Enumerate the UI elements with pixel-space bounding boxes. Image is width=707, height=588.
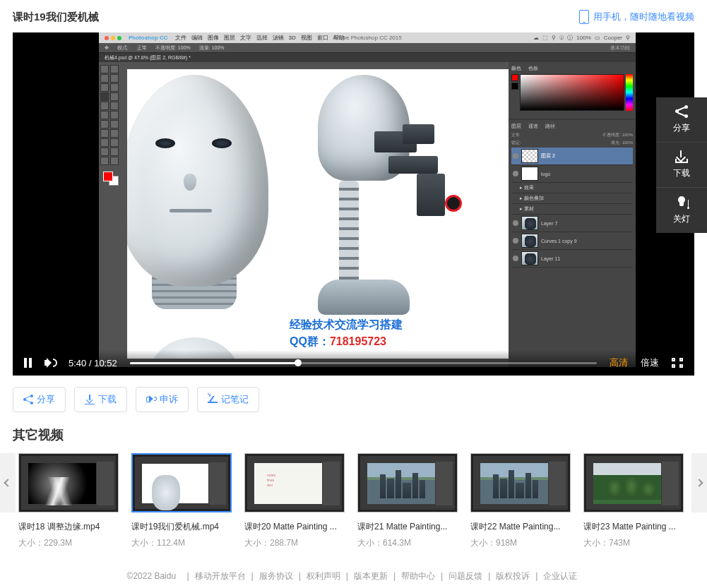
footer-link[interactable]: 版权投诉: [496, 571, 530, 581]
layer-row: logo: [511, 165, 633, 183]
mobile-watch-link[interactable]: 用手机，随时随地看视频: [579, 10, 694, 24]
video-title: 课时20 Matte Painting ...: [244, 521, 345, 533]
side-lights-button[interactable]: 关灯: [656, 188, 707, 233]
video-card[interactable]: 课时18 调整边缘.mp4大小：229.3M: [18, 453, 119, 549]
ps-menubar: Photoshop CC 文件编辑图像图层文字选择滤镜3D视图窗口帮助 Adob…: [99, 32, 636, 43]
chevron-left-icon: [4, 479, 11, 486]
footer-link[interactable]: 帮助中心: [401, 571, 435, 581]
footer: ©2022 Baidu |移动开放平台|服务协议|权利声明|版本更新|帮助中心|…: [0, 549, 707, 584]
video-card[interactable]: 课时23 Matte Painting ...大小：743M: [583, 453, 684, 549]
download-button[interactable]: 下载: [74, 387, 127, 412]
footer-link[interactable]: 问题反馈: [448, 571, 482, 581]
ps-app-logo: Photoshop CC: [129, 35, 168, 41]
video-thumbnail: [357, 453, 458, 512]
video-player[interactable]: Photoshop CC 文件编辑图像图层文字选择滤镜3D视图窗口帮助 Adob…: [13, 32, 694, 376]
side-share-button[interactable]: 分享: [656, 97, 707, 143]
chevron-right-icon: [695, 479, 703, 486]
share-icon: [675, 105, 688, 118]
footer-link[interactable]: 服务协议: [259, 571, 293, 581]
layer-row: Layer 11: [511, 250, 633, 268]
speed-button[interactable]: 倍速: [641, 356, 659, 369]
ps-option-bar: ✥ 模式: 正常 不透明度: 100% 流量: 100% 基本功能: [99, 43, 636, 53]
photoshop-window: Photoshop CC 文件编辑图像图层文字选择滤镜3D视图窗口帮助 Adob…: [99, 32, 636, 367]
note-button[interactable]: 记笔记: [197, 387, 259, 412]
pause-button[interactable]: [24, 358, 32, 368]
other-videos-title: 其它视频: [0, 424, 707, 453]
carousel-prev-button[interactable]: [0, 453, 16, 512]
video-card[interactable]: noteslinestext课时20 Matte Painting ...大小：…: [244, 453, 345, 549]
share-button[interactable]: 分享: [13, 387, 66, 412]
progress-bar[interactable]: [130, 362, 597, 364]
player-controls: 5:40 / 10:52 高清 倍速: [13, 350, 694, 376]
video-thumbnail: noteslinestext: [244, 453, 345, 512]
video-size: 大小：918M: [470, 537, 571, 549]
video-size: 大小：229.3M: [18, 537, 119, 549]
quality-button[interactable]: 高清: [610, 356, 628, 369]
ps-window-title: Adobe Photoshop CC 2015: [333, 35, 401, 41]
page-title: 课时19我们爱机械: [13, 11, 99, 24]
ps-zoom: 100%: [576, 35, 590, 41]
video-size: 大小：743M: [583, 537, 684, 549]
layer-row: 图层 2: [511, 148, 633, 165]
layer-group: ▸ 素材: [511, 204, 633, 215]
video-title: 课时18 调整边缘.mp4: [18, 521, 119, 533]
ps-color-swatch: [100, 172, 119, 186]
footer-link[interactable]: 权利声明: [307, 571, 340, 581]
time-display: 5:40 / 10:52: [69, 358, 117, 368]
video-thumbnail: [131, 453, 232, 512]
footer-link[interactable]: 企业认证: [543, 571, 577, 581]
video-title: 课时19我们爱机械.mp4: [131, 521, 232, 533]
layer-group: ▸ 颜色叠加: [511, 193, 633, 204]
pencil-icon: [208, 395, 218, 404]
share-icon: [23, 395, 33, 404]
mobile-icon: [579, 10, 589, 24]
fullscreen-button[interactable]: [672, 358, 683, 368]
ps-toolbar: [99, 62, 120, 367]
video-title: 课时22 Matte Painting...: [470, 521, 571, 533]
report-button[interactable]: 申诉: [136, 387, 189, 412]
video-card[interactable]: 课时22 Matte Painting...大小：918M: [470, 453, 571, 549]
layer-row: Curves 1 copy 9: [511, 232, 633, 250]
side-actions: 分享 下载 关灯: [656, 97, 707, 233]
side-download-button[interactable]: 下载: [656, 143, 707, 188]
download-icon: [85, 395, 95, 404]
ps-canvas: 经验技术交流学习搭建 QQ群：718195723: [127, 69, 509, 359]
video-card[interactable]: 课时21 Matte Painting...大小：614.3M: [357, 453, 458, 549]
video-title: 课时21 Matte Painting...: [357, 521, 458, 533]
video-size: 大小：614.3M: [357, 537, 458, 549]
layer-row: Layer 7: [511, 215, 633, 232]
carousel-next-button[interactable]: [691, 453, 707, 512]
video-size: 大小：288.7M: [244, 537, 345, 549]
footer-link[interactable]: 版本更新: [354, 571, 388, 581]
download-icon: [675, 150, 688, 163]
lightbulb-icon: [675, 196, 688, 209]
megaphone-icon: [146, 395, 156, 404]
layer-group: ▸ 效果: [511, 183, 633, 193]
video-thumbnail: [18, 453, 119, 512]
video-card[interactable]: 课时19我们爱机械.mp4大小：112.4M: [131, 453, 232, 549]
watermark: 经验技术交流学习搭建 QQ群：718195723: [290, 316, 403, 350]
footer-link[interactable]: 移动开放平台: [195, 571, 246, 581]
video-title: 课时23 Matte Painting ...: [583, 521, 684, 533]
ps-user: Cooper: [604, 35, 622, 41]
video-size: 大小：112.4M: [131, 537, 232, 549]
ps-doc-tab: 机械4.psd @ 47.8% (图层 2, RGB/8#) *: [99, 53, 636, 62]
video-thumbnail: [583, 453, 684, 512]
video-thumbnail: [470, 453, 571, 512]
mobile-link-text: 用手机，随时随地看视频: [593, 11, 694, 23]
ps-panels: 颜色色板 图层通道路径 正常不透明度: 100% 锁定:填充: 100%: [509, 62, 636, 367]
volume-button[interactable]: [44, 358, 56, 368]
